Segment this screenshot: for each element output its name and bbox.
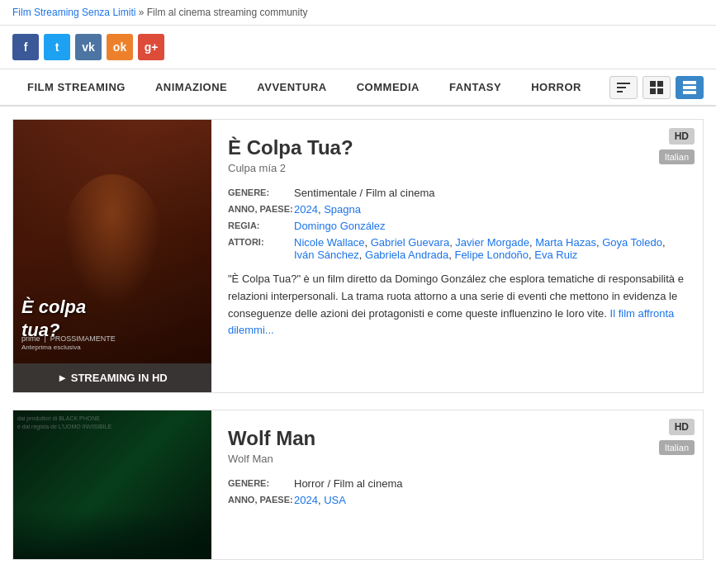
svg-rect-6 bbox=[657, 88, 663, 94]
genere-value-wolf: Horror / Film al cinema bbox=[294, 477, 402, 490]
hd-badge: HD bbox=[669, 128, 695, 145]
meta-genere-row-wolf: GENERE: Horror / Film al cinema bbox=[228, 477, 686, 490]
movie-subtitle-colpa-tua: Culpa mía 2 bbox=[228, 162, 686, 174]
lang-badge: Italian bbox=[659, 149, 695, 164]
anno-label-wolf: ANNO, PAESE: bbox=[228, 494, 294, 505]
film-credits: dai produttori di BLACK PHONEe dal regis… bbox=[17, 415, 111, 431]
svg-rect-1 bbox=[617, 87, 626, 88]
movie-info-colpa-tua: HD Italian È Colpa Tua? Culpa mía 2 GENE… bbox=[211, 120, 703, 392]
nav-film-streaming[interactable]: FILM STREAMING bbox=[12, 69, 140, 105]
regia-value: Domingo González bbox=[294, 220, 386, 232]
genere-label-wolf: GENERE: bbox=[228, 477, 294, 488]
sort-icon bbox=[617, 81, 630, 94]
paese-link-wolf[interactable]: USA bbox=[324, 494, 346, 506]
paese-link[interactable]: Spagna bbox=[324, 203, 361, 216]
vk-button[interactable]: vk bbox=[75, 34, 102, 60]
svg-rect-8 bbox=[683, 86, 696, 89]
breadcrumb: Film Streaming Senza Limiti » Film al ci… bbox=[0, 0, 716, 26]
attori-label: ATTORI: bbox=[228, 236, 294, 247]
actor-eva[interactable]: Eva Ruiz bbox=[534, 249, 577, 261]
view-controls bbox=[609, 76, 704, 99]
nav-animazione[interactable]: ANIMAZIONE bbox=[140, 69, 242, 105]
anno-value: 2024, Spagna bbox=[294, 203, 361, 216]
nav-horror[interactable]: HORROR bbox=[516, 69, 596, 105]
genere-value: Sentimentale / Film al cinema bbox=[294, 187, 435, 199]
grid-view-button[interactable] bbox=[643, 76, 671, 99]
svg-rect-7 bbox=[683, 81, 696, 84]
movie-desc-colpa-tua: "È Colpa Tua?" è un film diretto da Domi… bbox=[228, 271, 686, 339]
anno-link[interactable]: 2024 bbox=[294, 203, 318, 216]
actor-javier[interactable]: Javier Morgade bbox=[455, 236, 529, 249]
grid-icon bbox=[650, 81, 663, 94]
ok-button[interactable]: ok bbox=[107, 34, 133, 60]
svg-rect-2 bbox=[617, 91, 623, 92]
movie-info-wolf-man: HD Italian Wolf Man Wolf Man GENERE: Hor… bbox=[211, 410, 703, 559]
streaming-button-colpa-tua[interactable]: ► STREAMING IN HD bbox=[13, 363, 211, 392]
google-plus-button[interactable]: g+ bbox=[138, 34, 164, 60]
attori-value: Nicole Wallace, Gabriel Guevara, Javier … bbox=[294, 236, 666, 261]
meta-table-colpa-tua: GENERE: Sentimentale / Film al cinema AN… bbox=[228, 187, 686, 261]
meta-attori-row: ATTORI: Nicole Wallace, Gabriel Guevara,… bbox=[228, 236, 686, 261]
nav-avventura[interactable]: AVVENTURA bbox=[242, 69, 341, 105]
meta-genere-row: GENERE: Sentimentale / Film al cinema bbox=[228, 187, 686, 199]
actor-gabriela[interactable]: Gabriela Andrada bbox=[365, 249, 448, 261]
breadcrumb-link[interactable]: Film Streaming Senza Limiti bbox=[12, 7, 135, 18]
anno-value-wolf: 2024, USA bbox=[294, 494, 346, 506]
actor-marta[interactable]: Marta Hazas bbox=[535, 236, 596, 249]
twitter-button[interactable]: t bbox=[44, 34, 70, 60]
meta-regia-row: REGIA: Domingo González bbox=[228, 220, 686, 232]
genere-label: GENERE: bbox=[228, 187, 294, 197]
actor-ivan[interactable]: Iván Sánchez bbox=[294, 249, 359, 261]
movie-thumbnail-wolf-man[interactable]: dai produttori di BLACK PHONEe dal regis… bbox=[13, 410, 211, 559]
actor-gabriel[interactable]: Gabriel Guevara bbox=[371, 236, 449, 249]
meta-anno-row: ANNO, PAESE: 2024, Spagna bbox=[228, 203, 686, 216]
movie-image-wolf-man: dai produttori di BLACK PHONEe dal regis… bbox=[13, 410, 211, 559]
anno-label: ANNO, PAESE: bbox=[228, 203, 294, 214]
lang-badge-wolf: Italian bbox=[659, 440, 695, 455]
list-icon bbox=[683, 81, 696, 94]
regia-link[interactable]: Domingo González bbox=[294, 220, 386, 232]
nav-bar: FILM STREAMING ANIMAZIONE AVVENTURA COMM… bbox=[0, 69, 716, 107]
anno-link-wolf[interactable]: 2024 bbox=[294, 494, 318, 506]
prime-logo: prime | PROSSIMAMENTEAnteprima esclusiva bbox=[21, 334, 116, 351]
movie-card-colpa-tua: È colpatua? prime | PROSSIMAMENTEAntepri… bbox=[12, 119, 704, 393]
svg-rect-4 bbox=[657, 81, 663, 87]
hd-badge-wolf: HD bbox=[669, 419, 695, 435]
movie-title-colpa-tua[interactable]: È Colpa Tua? bbox=[228, 136, 686, 159]
actor-goya[interactable]: Goya Toledo bbox=[602, 236, 662, 249]
breadcrumb-current: Film al cinema streaming community bbox=[147, 7, 308, 18]
actor-nicole[interactable]: Nicole Wallace bbox=[294, 236, 365, 249]
regia-label: REGIA: bbox=[228, 220, 294, 230]
social-bar: f t vk ok g+ bbox=[0, 26, 716, 69]
movie-title-wolf-man[interactable]: Wolf Man bbox=[228, 427, 686, 450]
list-view-button[interactable] bbox=[676, 76, 704, 99]
movie-image-colpa-tua: È colpatua? prime | PROSSIMAMENTEAntepri… bbox=[13, 120, 211, 392]
svg-rect-3 bbox=[650, 81, 656, 87]
svg-rect-5 bbox=[650, 88, 656, 94]
nav-links: FILM STREAMING ANIMAZIONE AVVENTURA COMM… bbox=[12, 69, 609, 105]
actor-felipe[interactable]: Felipe Londoño bbox=[454, 249, 529, 261]
sort-button[interactable] bbox=[609, 76, 638, 99]
movie-list: È colpatua? prime | PROSSIMAMENTEAntepri… bbox=[0, 107, 716, 588]
breadcrumb-separator: » bbox=[139, 7, 145, 18]
movie-thumbnail-colpa-tua[interactable]: È colpatua? prime | PROSSIMAMENTEAntepri… bbox=[13, 120, 211, 392]
meta-anno-row-wolf: ANNO, PAESE: 2024, USA bbox=[228, 494, 686, 506]
nav-fantasy[interactable]: FANTASY bbox=[434, 69, 516, 105]
svg-rect-0 bbox=[617, 83, 630, 84]
svg-rect-9 bbox=[683, 91, 696, 94]
movie-subtitle-wolf-man: Wolf Man bbox=[228, 453, 686, 465]
movie-card-wolf-man: dai produttori di BLACK PHONEe dal regis… bbox=[12, 410, 704, 560]
meta-table-wolf-man: GENERE: Horror / Film al cinema ANNO, PA… bbox=[228, 477, 686, 506]
facebook-button[interactable]: f bbox=[12, 34, 39, 60]
nav-commedia[interactable]: COMMEDIA bbox=[342, 69, 434, 105]
